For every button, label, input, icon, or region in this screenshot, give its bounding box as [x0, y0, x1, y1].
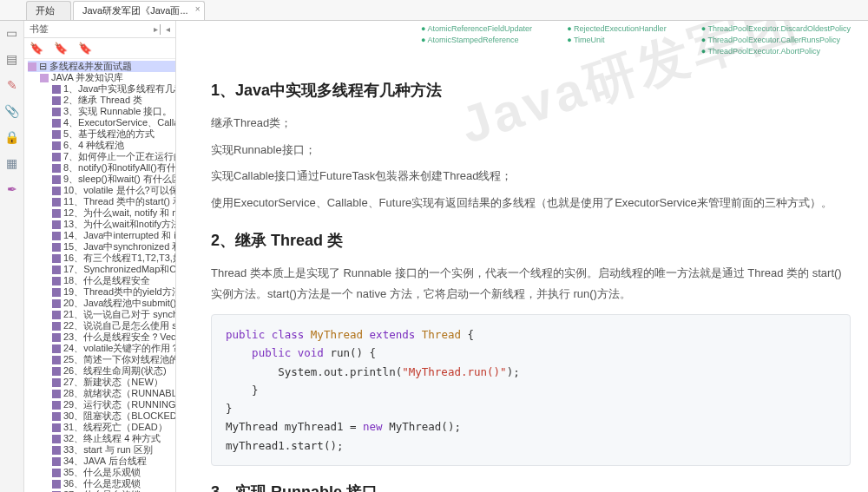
- bookmark-icon: [52, 141, 61, 150]
- bookmark-icon: [52, 198, 61, 207]
- document-view[interactable]: Java研发军团 AtomicReferenceFieldUpdaterAtom…: [176, 21, 868, 492]
- bookmark-icon: [52, 130, 61, 139]
- bookmark-icon: [28, 62, 36, 71]
- doc-icon[interactable]: ▤: [6, 52, 17, 66]
- sign-icon[interactable]: ✒: [7, 182, 17, 196]
- meta-link[interactable]: AtomicReferenceFieldUpdater: [421, 24, 532, 33]
- lock-icon[interactable]: 🔒: [4, 130, 19, 144]
- bookmark-icon: [52, 344, 61, 353]
- bookmark-icon: [40, 74, 49, 82]
- tab-strip: 开始 Java研发军团《Java面...×: [0, 0, 868, 21]
- bookmark-icon: [52, 367, 61, 376]
- bookmark-icon: [52, 288, 61, 297]
- meta-link[interactable]: AtomicStampedReference: [421, 36, 532, 44]
- bookmark-icon: [52, 220, 61, 229]
- bookmark-icon: [52, 446, 61, 455]
- meta-link[interactable]: RejectedExecutionHandler: [567, 24, 667, 33]
- heading-2: 2、继承 Thread 类: [211, 230, 851, 251]
- bookmark-icon: [52, 412, 61, 421]
- bookmark-icon: [52, 311, 61, 319]
- bookmark-icon: [52, 299, 61, 308]
- heading-1: 1、Java中实现多线程有几种方法: [211, 80, 851, 101]
- para: 使用ExecutorService、Callable、Future实现有返回结果…: [211, 193, 851, 214]
- bookmark-icon: [52, 457, 61, 466]
- bookmark-icon: [52, 119, 61, 128]
- bookmark-icon: [52, 390, 61, 398]
- bookmark-icon: [52, 209, 61, 218]
- bookmark-icon: [52, 469, 61, 477]
- bookmark-icon: [52, 254, 61, 263]
- para: 实现Callable接口通过FutureTask包装器来创建Thread线程；: [211, 166, 851, 187]
- tab-document[interactable]: Java研发军团《Java面...×: [73, 1, 205, 20]
- edit-icon[interactable]: ✎: [7, 78, 17, 92]
- meta-link[interactable]: ThreadPoolExecutor.AbortPolicy: [701, 47, 851, 56]
- bookmarks-toolbar: 🔖 🔖 🔖: [24, 38, 175, 59]
- bookmark-icon: [52, 164, 61, 173]
- left-icon-bar: ▭ ▤ ✎ 📎 🔒 ▦ ✒: [0, 21, 24, 492]
- tab-start[interactable]: 开始: [26, 1, 71, 20]
- bookmark-icon: [52, 85, 61, 94]
- panel-collapse-icon[interactable]: ▸│ ◂: [154, 24, 170, 34]
- bookmark-icon: [52, 96, 61, 105]
- bookmark-icon: [52, 108, 61, 116]
- bookmark-icon: [52, 401, 61, 410]
- bookmark-icon: [52, 232, 61, 240]
- bookmarks-panel: 书签 ▸│ ◂ 🔖 🔖 🔖 ⊟ 多线程&并发面试题JAVA 并发知识库1、Jav…: [24, 21, 176, 492]
- bookmark-icon: [52, 435, 61, 443]
- para: 继承Thread类；: [211, 113, 851, 134]
- page-icon[interactable]: ▭: [6, 26, 17, 40]
- bookmark-expand-icon[interactable]: 🔖: [54, 42, 68, 55]
- bookmark-icon: [52, 322, 61, 331]
- bookmark-icon: [52, 480, 61, 489]
- heading-3: 3、实现 Runnable 接口。: [211, 482, 851, 492]
- bookmark-icon: [52, 175, 61, 184]
- para: Thread 类本质上是实现了 Runnable 接口的一个实例，代表一个线程的…: [211, 263, 851, 305]
- panel-title: 书签: [30, 23, 49, 36]
- bookmark-icon: [52, 378, 61, 387]
- bookmark-add-icon[interactable]: 🔖: [30, 42, 43, 55]
- bookmark-opts-icon[interactable]: 🔖: [78, 42, 92, 55]
- bookmark-icon: [52, 423, 61, 432]
- top-meta: AtomicReferenceFieldUpdaterAtomicStamped…: [211, 21, 851, 64]
- bookmark-icon: [52, 356, 61, 364]
- para: 实现Runnable接口；: [211, 140, 851, 161]
- bookmark-icon: [52, 277, 61, 285]
- meta-link[interactable]: ThreadPoolExecutor.DiscardOldestPolicy: [701, 24, 851, 33]
- clip-icon[interactable]: 📎: [4, 104, 19, 118]
- bookmarks-tree: ⊟ 多线程&并发面试题JAVA 并发知识库1、Java中实现多线程有几种方法2、…: [24, 59, 175, 492]
- bookmark-icon: [52, 153, 61, 161]
- code-block: public class MyThread extends Thread { p…: [211, 314, 851, 466]
- meta-link[interactable]: TimeUnit: [567, 36, 667, 44]
- bookmark-icon: [52, 243, 61, 252]
- meta-link[interactable]: ThreadPoolExecutor.CallerRunsPolicy: [701, 36, 851, 44]
- grid-icon[interactable]: ▦: [6, 156, 17, 170]
- bookmark-icon: [52, 187, 61, 195]
- bookmark-icon: [52, 266, 61, 274]
- close-icon[interactable]: ×: [195, 4, 201, 14]
- bookmark-icon: [52, 333, 61, 342]
